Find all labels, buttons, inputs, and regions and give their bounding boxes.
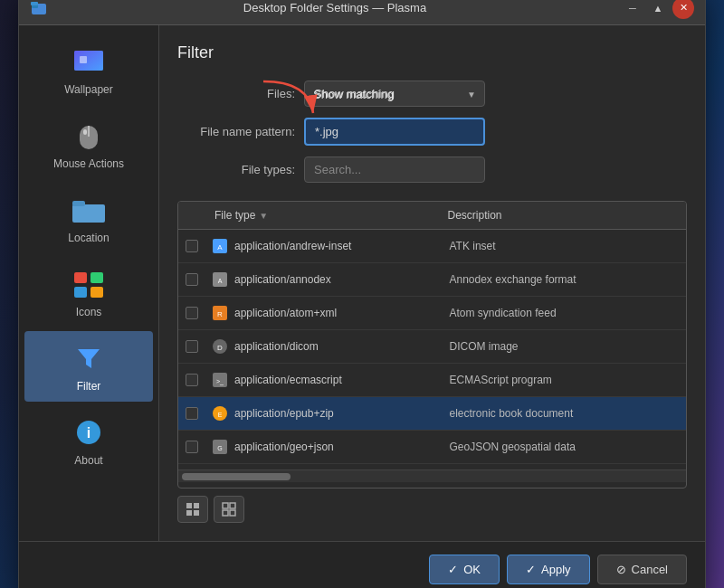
- sidebar-item-filter[interactable]: Filter: [24, 331, 153, 402]
- table-row[interactable]: G application/geo+json GeoJSON geospatia…: [178, 431, 686, 464]
- table-row[interactable]: A application/andrew-inset ATK inset: [178, 230, 686, 263]
- icons-icon: [71, 266, 107, 302]
- row-description: GeoJSON geospatial data: [441, 435, 687, 459]
- files-select[interactable]: Show matching: [304, 81, 485, 107]
- sidebar-item-location[interactable]: Location: [24, 183, 153, 253]
- svg-rect-39: [186, 503, 192, 508]
- horizontal-scrollbar[interactable]: [178, 469, 686, 482]
- row-checkbox[interactable]: [178, 234, 205, 258]
- svg-rect-5: [80, 56, 87, 63]
- row-description: Atom syndication feed: [441, 301, 687, 325]
- sidebar-label-about: About: [74, 454, 102, 467]
- svg-rect-12: [90, 272, 103, 283]
- th-description: Description: [439, 202, 672, 229]
- row-checkbox[interactable]: [178, 402, 205, 425]
- sidebar-item-wallpaper[interactable]: Wallpaper: [24, 34, 153, 105]
- ok-button[interactable]: ✓ OK: [429, 555, 500, 584]
- sidebar-label-location: Location: [68, 232, 109, 244]
- svg-text:D: D: [217, 344, 223, 352]
- svg-rect-46: [230, 510, 235, 516]
- row-description: ECMAScript program: [441, 368, 687, 392]
- table-row[interactable]: A application/annodex Annodex exchange f…: [178, 263, 686, 297]
- row-filetype: E application/epub+zip: [205, 397, 441, 430]
- row-filetype: G application/geo+json: [205, 431, 441, 463]
- epub-icon: E: [209, 403, 231, 424]
- svg-rect-11: [74, 272, 87, 283]
- svg-rect-43: [223, 503, 228, 508]
- svg-text:>_: >_: [216, 378, 224, 385]
- cancel-button[interactable]: ⊘ Cancel: [597, 555, 687, 584]
- file-types-search-input[interactable]: [304, 156, 485, 183]
- select-all-button[interactable]: [177, 496, 208, 523]
- close-button[interactable]: ✕: [672, 0, 694, 19]
- row-checkbox[interactable]: [178, 268, 205, 291]
- table-row[interactable]: E application/epub+zip electronic book d…: [178, 397, 686, 431]
- mouse-icon: [71, 118, 107, 154]
- row-filetype: A application/andrew-inset: [205, 230, 441, 262]
- sidebar-label-mouse-actions: Mouse Actions: [53, 157, 124, 170]
- horizontal-scrollbar-thumb[interactable]: [182, 473, 291, 480]
- svg-rect-40: [194, 503, 199, 508]
- svg-rect-45: [223, 510, 228, 516]
- row-filetype: G application/gml+xml: [205, 464, 441, 469]
- file-name-pattern-input[interactable]: [304, 118, 485, 146]
- deselect-all-button[interactable]: [214, 496, 244, 523]
- filter-icon: [71, 340, 107, 376]
- minimize-button[interactable]: ─: [622, 0, 643, 19]
- row-description: DICOM image: [441, 335, 687, 358]
- table-row[interactable]: R application/atom+xml Atom syndication …: [178, 297, 686, 330]
- row-checkbox[interactable]: [178, 435, 205, 459]
- file-icon: G: [209, 436, 231, 458]
- row-checkbox[interactable]: [178, 469, 205, 469]
- sidebar-item-icons[interactable]: Icons: [24, 257, 153, 327]
- file-icon: A: [209, 235, 231, 257]
- row-filetype: R application/atom+xml: [205, 297, 441, 329]
- sidebar-item-mouse-actions[interactable]: Mouse Actions: [24, 109, 153, 179]
- svg-rect-42: [194, 510, 199, 516]
- th-filetype[interactable]: File type ▼: [205, 202, 439, 229]
- row-filetype: >_ application/ecmascript: [205, 364, 441, 396]
- table-row[interactable]: >_ application/ecmascript ECMAScript pro…: [178, 364, 686, 397]
- window-title: Desktop Folder Settings — Plasma: [48, 1, 622, 14]
- ok-check-icon: ✓: [448, 563, 458, 576]
- table-row[interactable]: G application/gml+xml GML document: [178, 464, 686, 469]
- rss-icon: R: [209, 302, 231, 324]
- sidebar-item-about[interactable]: i About: [24, 405, 153, 476]
- svg-text:i: i: [87, 425, 90, 441]
- panel-title: Filter: [177, 43, 687, 62]
- file-name-pattern-area: [304, 118, 485, 146]
- sidebar-label-icons: Icons: [76, 306, 102, 318]
- svg-text:E: E: [218, 412, 223, 418]
- svg-marker-15: [78, 349, 100, 368]
- table-body[interactable]: A application/andrew-inset ATK inset A: [178, 230, 686, 469]
- svg-rect-9: [72, 204, 105, 223]
- svg-rect-44: [230, 503, 235, 508]
- svg-text:A: A: [217, 243, 223, 251]
- svg-rect-2: [31, 2, 38, 5]
- table-row[interactable]: D application/dicom DICOM image: [178, 330, 686, 364]
- svg-rect-8: [83, 129, 87, 135]
- row-checkbox[interactable]: [178, 301, 205, 325]
- main-window: Desktop Folder Settings — Plasma ─ ▲ ✕: [18, 0, 706, 588]
- sidebar-label-wallpaper: Wallpaper: [64, 83, 113, 96]
- row-description: Annodex exchange format: [441, 268, 687, 291]
- maximize-button[interactable]: ▲: [647, 0, 669, 19]
- svg-text:R: R: [217, 310, 223, 318]
- row-description: GML document: [441, 469, 687, 469]
- svg-text:G: G: [217, 445, 222, 451]
- info-icon: i: [71, 414, 107, 450]
- file-name-pattern-label: File name pattern:: [177, 125, 295, 138]
- row-checkbox[interactable]: [178, 335, 205, 358]
- svg-rect-4: [74, 51, 103, 71]
- file-types-row: File types:: [177, 156, 687, 183]
- svg-rect-13: [74, 287, 87, 298]
- svg-rect-10: [72, 201, 85, 206]
- apply-button[interactable]: ✓ Apply: [507, 555, 590, 584]
- row-checkbox[interactable]: [178, 368, 205, 392]
- svg-text:A: A: [218, 278, 223, 284]
- svg-rect-14: [90, 287, 103, 298]
- titlebar: Desktop Folder Settings — Plasma ─ ▲ ✕: [19, 0, 705, 25]
- th-check: [178, 208, 205, 223]
- script-icon: >_: [209, 369, 231, 391]
- content-area: Wallpaper Mouse Actions: [19, 25, 705, 541]
